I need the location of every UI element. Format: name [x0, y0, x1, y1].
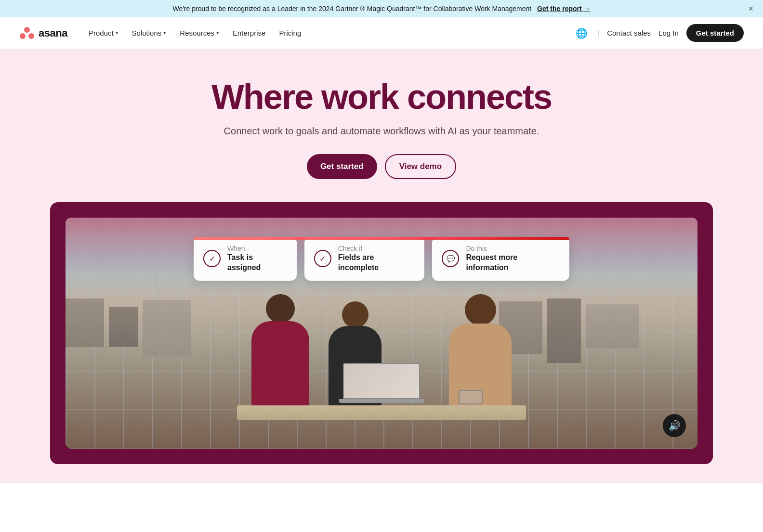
person-left [251, 294, 309, 408]
person-left-head [266, 294, 295, 323]
nav-resources[interactable]: Resources ▾ [174, 25, 225, 41]
workflow-card-when: ✓ When Task is assigned [194, 237, 297, 280]
when-value: Task is assigned [227, 253, 287, 273]
table [237, 405, 526, 420]
get-started-nav-button[interactable]: Get started [686, 24, 744, 42]
person-left-body [251, 321, 309, 408]
workflow-card-checkif: ✓ Check if Fields are incomplete [304, 237, 425, 280]
laptop-base [339, 399, 424, 403]
nav-product[interactable]: Product ▾ [83, 25, 124, 41]
workflow-cards: ✓ When Task is assigned ✓ Check if Field… [194, 237, 569, 280]
hero-section: Where work connects Connect work to goal… [0, 49, 763, 483]
demo-inner: 🔊 ✓ When Task is assigned ✓ [66, 218, 697, 449]
close-announcement-button[interactable]: × [748, 4, 753, 14]
svg-point-2 [28, 33, 34, 39]
laptop-screen [343, 363, 420, 399]
dothis-label: Do this [466, 245, 560, 253]
resources-chevron-icon: ▾ [216, 30, 219, 36]
checkif-value: Fields are incomplete [338, 253, 415, 273]
checkif-content: Check if Fields are incomplete [338, 245, 415, 272]
announcement-text: We're proud to be recognized as a Leader… [172, 5, 531, 13]
demo-container: 🔊 ✓ When Task is assigned ✓ [50, 202, 713, 464]
navbar: asana Product ▾ Solutions ▾ Resources ▾ … [0, 17, 763, 49]
hero-buttons: Get started View demo [19, 154, 744, 179]
volume-button[interactable]: 🔊 [663, 414, 686, 437]
when-content: When Task is assigned [227, 245, 287, 272]
volume-icon: 🔊 [669, 420, 681, 431]
card-highlight-checkif [194, 237, 569, 240]
glasses [459, 390, 483, 404]
nav-right: 🌐 | Contact sales Log In Get started [574, 24, 744, 42]
announcement-banner: We're proud to be recognized as a Leader… [0, 0, 763, 17]
when-check-icon: ✓ [203, 250, 221, 267]
get-started-hero-button[interactable]: Get started [307, 154, 377, 179]
when-label: When [227, 245, 287, 253]
hero-subtitle: Connect work to goals and automate workf… [19, 126, 744, 137]
nav-links: Product ▾ Solutions ▾ Resources ▾ Enterp… [83, 25, 574, 41]
contact-sales-link[interactable]: Contact sales [607, 29, 651, 37]
view-demo-button[interactable]: View demo [385, 154, 457, 179]
nav-solutions[interactable]: Solutions ▾ [126, 25, 172, 41]
announcement-link[interactable]: Get the report → [537, 5, 590, 13]
svg-point-0 [24, 27, 30, 33]
solutions-chevron-icon: ▾ [163, 30, 166, 36]
globe-icon[interactable]: 🌐 [574, 26, 590, 41]
workflow-card-dothis: 💬 Do this Request more information [432, 237, 569, 280]
nav-divider: | [597, 29, 599, 38]
logo[interactable]: asana [19, 26, 67, 41]
dothis-value: Request more information [466, 253, 560, 273]
person-center-head [342, 301, 368, 328]
people-scene [213, 264, 550, 449]
svg-point-1 [20, 33, 26, 39]
laptop [343, 363, 420, 406]
logo-text: asana [39, 27, 67, 39]
checkif-label: Check if [338, 245, 415, 253]
dothis-content: Do this Request more information [466, 245, 560, 272]
checkif-check-icon: ✓ [314, 250, 331, 267]
dothis-chat-icon: 💬 [442, 250, 459, 267]
login-button[interactable]: Log In [658, 29, 679, 37]
hero-title: Where work connects [19, 78, 744, 116]
logo-icon [19, 26, 35, 41]
nav-enterprise[interactable]: Enterprise [227, 25, 271, 41]
nav-pricing[interactable]: Pricing [273, 25, 307, 41]
product-chevron-icon: ▾ [116, 30, 118, 36]
person-right-head [465, 294, 496, 325]
